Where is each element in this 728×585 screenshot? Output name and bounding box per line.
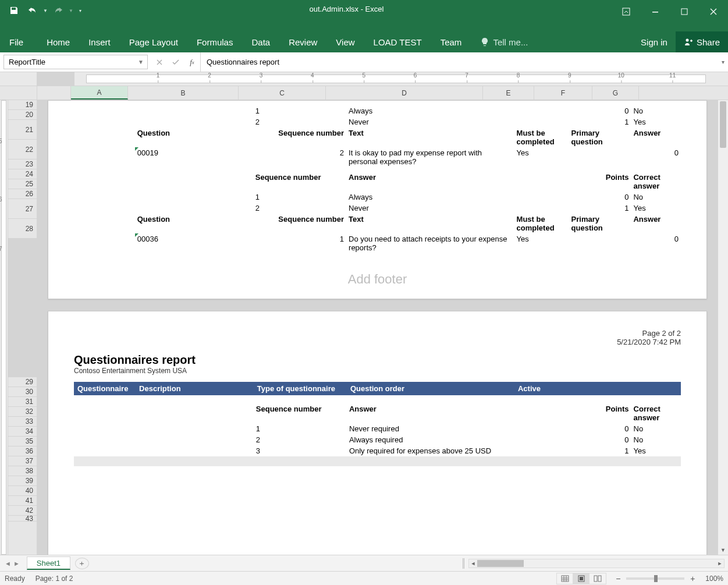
cell[interactable]: No [631, 105, 681, 116]
cell[interactable]: Text [346, 214, 514, 233]
row-header[interactable]: 28 [8, 219, 37, 239]
zoom-out-button[interactable]: − [613, 574, 623, 583]
redo-button[interactable] [50, 3, 66, 18]
zoom-slider[interactable] [626, 577, 684, 580]
formula-input[interactable] [205, 57, 723, 67]
row-header[interactable]: 33 [8, 417, 37, 427]
cell[interactable]: Do you need to attach receipts to your e… [346, 233, 514, 253]
cell[interactable]: Question [135, 127, 253, 147]
col-active[interactable]: Active [514, 382, 681, 395]
cell[interactable]: Sequence number [254, 403, 347, 423]
new-sheet-button[interactable]: ＋ [75, 558, 89, 569]
cell[interactable]: 2 [253, 116, 346, 127]
redo-dropdown-icon[interactable]: ▼ [69, 8, 73, 13]
row-header[interactable]: 29 [8, 377, 37, 387]
tab-home[interactable]: Home [37, 31, 79, 52]
row-header[interactable]: 27 [8, 199, 37, 219]
cell[interactable]: Never required [347, 423, 514, 434]
tab-data[interactable]: Data [242, 31, 279, 52]
row-header[interactable]: 39 [8, 476, 37, 486]
cell[interactable]: Always [346, 105, 514, 116]
tab-review[interactable]: Review [279, 31, 326, 52]
row-header[interactable]: 24 [8, 169, 37, 179]
report-subtitle[interactable]: Contoso Entertainment System USA [48, 367, 706, 380]
row-header[interactable]: 32 [8, 407, 37, 417]
name-box-dropdown-icon[interactable]: ▼ [136, 59, 144, 65]
cell[interactable]: It is okay to pad my expense report with… [346, 147, 514, 167]
spreadsheet-canvas[interactable]: 1 Always 0 No 2 Never 1 Yes [37, 100, 718, 555]
maximize-button[interactable] [670, 2, 699, 21]
cell[interactable]: No [631, 434, 681, 445]
cell[interactable]: Yes [631, 116, 681, 127]
sheet-tab-sheet1[interactable]: Sheet1 [27, 556, 70, 570]
column-header-c[interactable]: C [239, 86, 326, 100]
tab-file[interactable]: File [0, 31, 33, 52]
cell[interactable]: Points [569, 403, 631, 423]
cell[interactable]: 00019 [135, 147, 253, 167]
zoom-percent[interactable]: 100% [705, 575, 723, 583]
cell[interactable]: Correct answer [631, 403, 681, 423]
cell[interactable]: 0 [631, 233, 681, 253]
cell[interactable]: 1 [569, 445, 631, 456]
column-header-d[interactable]: D [326, 86, 483, 100]
cell[interactable]: 0 [569, 423, 631, 434]
row-header[interactable]: 40 [8, 486, 37, 496]
vertical-scrollbar[interactable]: ▲ ▼ [718, 100, 728, 555]
minimize-button[interactable] [641, 2, 670, 21]
report-title[interactable]: Questionnaires report [48, 351, 706, 367]
cell[interactable]: Primary question [569, 127, 631, 147]
column-header-g[interactable]: G [592, 86, 639, 100]
sheet-nav-prev-icon[interactable]: ◄ [5, 560, 11, 567]
row-header[interactable]: 25 [8, 179, 37, 189]
col-order[interactable]: Question order [347, 382, 514, 395]
cell[interactable]: Primary question [569, 214, 631, 233]
view-page-layout-button[interactable] [573, 573, 589, 584]
sign-in-button[interactable]: Sign in [633, 37, 676, 47]
cell[interactable]: 1 [253, 192, 346, 203]
tab-insert[interactable]: Insert [79, 31, 120, 52]
undo-dropdown-icon[interactable]: ▼ [43, 8, 48, 13]
close-button[interactable] [699, 2, 728, 21]
row-header[interactable]: 20 [8, 110, 37, 120]
tab-load-test[interactable]: LOAD TEST [364, 31, 431, 52]
cell[interactable]: Question [135, 214, 253, 233]
footer-placeholder[interactable]: Add footer [48, 265, 706, 299]
col-type[interactable]: Type of questionnaire [254, 382, 347, 395]
view-normal-button[interactable] [557, 573, 573, 584]
cell[interactable]: 2 [253, 203, 346, 214]
ribbon-display-options-button[interactable] [612, 2, 641, 21]
cell[interactable]: Answer [347, 403, 514, 423]
formula-cancel-button[interactable] [151, 59, 168, 66]
name-box[interactable]: ▼ [3, 55, 148, 69]
tab-splitter[interactable] [463, 558, 466, 569]
formula-input-area[interactable]: ▾ [201, 52, 728, 72]
cell[interactable]: Sequence number [253, 172, 346, 192]
row-header[interactable]: 19 [8, 100, 37, 110]
undo-button[interactable] [24, 3, 41, 18]
tell-me-search[interactable]: Tell me... [480, 37, 528, 47]
column-header-f[interactable]: F [534, 86, 592, 100]
select-all-button[interactable] [0, 86, 37, 100]
cell[interactable]: Yes [631, 203, 681, 214]
sheet-nav-next-icon[interactable]: ► [13, 560, 20, 567]
cell[interactable]: Yes [514, 147, 569, 167]
scroll-left-icon[interactable]: ◄ [469, 559, 477, 568]
formula-enter-button[interactable] [168, 59, 184, 66]
cell[interactable]: Must be completed [514, 127, 569, 147]
view-page-break-button[interactable] [589, 573, 606, 584]
cell[interactable]: Text [346, 127, 514, 147]
save-button[interactable] [6, 3, 22, 18]
column-header-a[interactable]: A [71, 86, 128, 100]
cell[interactable]: Sequence number [253, 127, 346, 147]
cell[interactable]: 0 [569, 434, 631, 445]
cell[interactable]: Yes [514, 233, 569, 253]
column-header-b[interactable]: B [128, 86, 239, 100]
row-header[interactable]: 36 [8, 446, 37, 456]
tab-page-layout[interactable]: Page Layout [120, 31, 187, 52]
col-questionnaire[interactable]: Questionnaire [74, 382, 136, 395]
cell[interactable]: Always [346, 192, 514, 203]
row-header[interactable]: 41 [8, 496, 37, 506]
cell[interactable]: 1 [254, 423, 347, 434]
cell[interactable]: 3 [254, 445, 347, 456]
zoom-in-button[interactable]: + [688, 574, 697, 583]
